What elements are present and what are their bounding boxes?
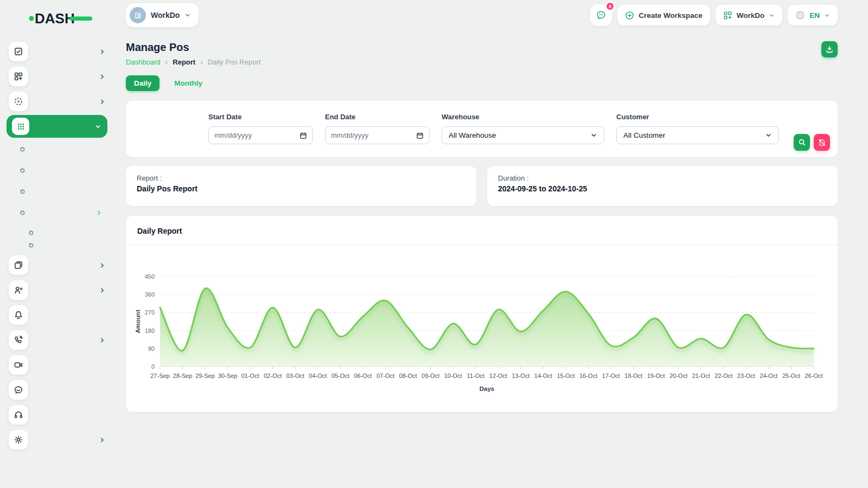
y-tick-label: 360	[145, 291, 155, 298]
reset-filter-button[interactable]	[814, 134, 830, 151]
sidebar-item-pos[interactable]	[7, 115, 107, 138]
breadcrumb: Dashboard›Report›Daily Pos Report	[126, 57, 260, 66]
tab-daily[interactable]: Daily	[126, 75, 159, 91]
sidebar-item-queue-management[interactable]	[0, 328, 114, 352]
sidebar-item-print-barcode[interactable]	[0, 181, 114, 202]
x-tick-label: 17-Oct	[602, 373, 620, 379]
download-report-button[interactable]	[821, 41, 838, 57]
y-tick-label: 270	[145, 309, 155, 316]
topbar: WorkDo 0 Create Workspace WorkDo	[126, 0, 838, 30]
x-tick-label: 02-Oct	[264, 373, 282, 379]
brand-logo[interactable]: DASH	[28, 8, 114, 29]
duration-value: 2024-09-25 to 2024-10-25	[498, 184, 827, 193]
topbar-actions: 0 Create Workspace WorkDo	[590, 4, 838, 26]
chevron-down-icon	[769, 12, 775, 18]
x-tick-label: 23-Oct	[737, 373, 755, 379]
sidebar-item-messenger[interactable]	[0, 377, 114, 402]
chevron-icon	[99, 337, 106, 344]
y-axis-title: Amount	[135, 310, 141, 333]
sidebar-item-report[interactable]	[0, 202, 114, 223]
x-tick-label: 29-Sep	[195, 373, 214, 379]
duration-label: Duration :	[498, 174, 827, 182]
sidebar-item-hrm[interactable]	[0, 89, 114, 114]
sidebar-item-add-pos[interactable]	[0, 139, 114, 160]
bullet-icon	[20, 189, 25, 195]
x-tick-label: 16-Oct	[579, 373, 597, 379]
chat-icon	[596, 10, 607, 21]
x-tick-label: 25-Oct	[782, 373, 800, 379]
warehouse-value: All Warehouse	[449, 131, 496, 139]
x-tick-label: 19-Oct	[647, 373, 665, 379]
customer-value: All Customer	[623, 131, 665, 139]
pos-icon	[12, 118, 29, 135]
requests-icon	[9, 280, 28, 300]
chevron-icon	[99, 287, 106, 294]
sidebar-item-helpdesk[interactable]	[0, 402, 114, 427]
sidebar-item-pos-order[interactable]	[0, 160, 114, 181]
calendar-icon	[299, 132, 307, 139]
sidebar-item-video-hub[interactable]	[0, 352, 114, 377]
x-tick-label: 08-Oct	[399, 373, 417, 379]
breadcrumb-separator: ›	[200, 57, 203, 66]
search-icon	[798, 138, 806, 146]
projects-icon	[9, 42, 28, 61]
report-label: Report :	[137, 174, 465, 182]
x-tick-label: 04-Oct	[309, 373, 327, 379]
sidebar-nav	[0, 37, 114, 452]
page-title: Manage Pos	[126, 41, 260, 54]
crm-icon	[9, 255, 28, 275]
breadcrumb-item-report[interactable]: Report	[173, 58, 195, 66]
tab-monthly[interactable]: Monthly	[166, 75, 210, 91]
x-tick-label: 14-Oct	[534, 373, 552, 379]
daily-report-card: Daily Report 09018027036045027-Sep28-Sep…	[126, 216, 838, 412]
end-date-input[interactable]: mm/dd/yyyy	[325, 126, 430, 144]
bullet-icon	[28, 230, 34, 236]
sidebar-item-requests[interactable]	[0, 278, 114, 303]
chevron-down-icon	[184, 12, 191, 18]
x-tick-label: 11-Oct	[467, 373, 484, 379]
daily-report-area-chart: 09018027036045027-Sep28-Sep29-Sep30-Sep0…	[126, 249, 838, 412]
y-tick-label: 180	[145, 328, 155, 334]
x-tick-label: 22-Oct	[714, 373, 732, 379]
workdo-menu-label: WorkDo	[737, 11, 765, 20]
apply-filter-button[interactable]	[794, 134, 810, 151]
x-tick-label: 09-Oct	[422, 373, 439, 379]
x-axis-title: Days	[480, 386, 495, 392]
chevron-icon	[99, 436, 106, 444]
building-icon	[133, 10, 143, 20]
workdo-menu-button[interactable]: WorkDo	[716, 5, 783, 25]
breadcrumb-item-dashboard[interactable]: Dashboard	[126, 58, 161, 66]
helpdesk-icon	[9, 405, 28, 425]
end-date-label: End Date	[325, 113, 430, 121]
chart-title: Daily Report	[126, 216, 838, 235]
sidebar-item-pos-daily-monthly-report[interactable]	[0, 228, 114, 236]
language-selector[interactable]: EN	[788, 5, 838, 25]
messages-button[interactable]: 0	[590, 4, 612, 26]
report-summary-card: Report : Daily Pos Report	[126, 166, 476, 206]
create-workspace-button[interactable]: Create Workspace	[617, 5, 710, 25]
sidebar-item-projects[interactable]	[0, 39, 114, 64]
customer-label: Customer	[616, 113, 779, 121]
start-date-label: Start Date	[208, 113, 313, 121]
workspace-switcher[interactable]: WorkDo	[126, 3, 199, 27]
sidebar-item-accounting[interactable]	[0, 64, 114, 89]
start-date-input[interactable]: mm/dd/yyyy	[208, 126, 313, 144]
language-value: EN	[809, 11, 820, 20]
chevron-icon	[94, 123, 102, 130]
x-tick-label: 03-Oct	[286, 373, 304, 379]
chevron-icon	[99, 98, 106, 105]
workspace-name: WorkDo	[151, 11, 180, 20]
sidebar-item-reminder[interactable]	[0, 303, 114, 328]
calendar-icon	[416, 132, 424, 139]
warehouse-select[interactable]: All Warehouse	[442, 126, 604, 144]
sidebar-item-pos-vs-purchase-report[interactable]	[0, 240, 114, 248]
x-tick-label: 15-Oct	[557, 373, 575, 379]
sidebar-item-crm[interactable]	[0, 253, 114, 278]
x-tick-label: 10-Oct	[444, 373, 462, 379]
customer-select[interactable]: All Customer	[616, 126, 779, 144]
y-tick-label: 0	[151, 363, 155, 370]
bullet-icon	[20, 210, 25, 216]
sidebar-item-settings[interactable]	[0, 427, 114, 452]
duration-summary-card: Duration : 2024-09-25 to 2024-10-25	[487, 166, 838, 206]
filter-off-icon	[818, 139, 826, 146]
